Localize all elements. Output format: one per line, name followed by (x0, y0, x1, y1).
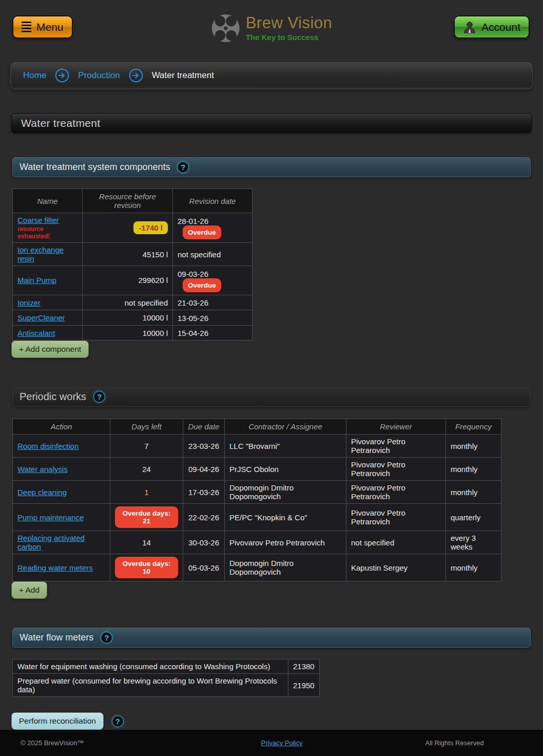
component-link[interactable]: Coarse filter (17, 216, 59, 224)
breadcrumb-arrow-icon (55, 68, 69, 83)
page-title: Water treatment (21, 117, 100, 129)
periodic-work-link[interactable]: Pump maintenance (17, 513, 84, 522)
account-label: Account (481, 21, 520, 33)
periodic-work-link[interactable]: Deep cleaning (17, 488, 67, 497)
col-contractor: Contractor / Assignee (225, 419, 346, 434)
resource-value: 10000 l (143, 313, 168, 322)
meter-label: Water for equipment washing (consumed ac… (13, 659, 288, 674)
page: Menu Brew Vision The Key to Success (0, 0, 543, 756)
help-icon[interactable]: ? (177, 161, 189, 173)
col-frequency: Frequency (446, 419, 501, 434)
add-component-button[interactable]: + Add component (11, 341, 89, 358)
revision-date: 28-01-26 (178, 217, 210, 225)
contractor: PE/PC "Knopkin & Co" (225, 504, 346, 531)
frequency: every 3 weeks (446, 531, 501, 554)
resource-value: not specified (125, 298, 168, 307)
contractor: Dopomogin Dmitro Dopomogovich (225, 554, 346, 581)
component-link[interactable]: SuperCleaner (17, 313, 65, 322)
resource-value: 45150 l (143, 250, 168, 259)
help-icon[interactable]: ? (101, 632, 112, 644)
revision-date: 21-03-26 (178, 298, 210, 307)
due-date: 05-03-26 (183, 554, 225, 581)
periodic-work-link[interactable]: Room disinfection (17, 442, 79, 450)
footer-rights: All Rights Reserved (425, 739, 484, 747)
overdue-days-badge: Overdue days: 10 (115, 557, 178, 578)
menu-button[interactable]: Menu (12, 15, 73, 39)
component-link[interactable]: Main Pump (17, 276, 56, 285)
privacy-policy-link[interactable]: Privacy Policy (261, 739, 303, 747)
resource-exhausted-badge: -1740 l (133, 221, 168, 234)
due-date: 22-02-26 (183, 504, 225, 531)
periodic-work-link[interactable]: Reading water meters (17, 563, 93, 572)
contractor: PrJSC Obolon (225, 458, 346, 481)
resource-value: 299620 l (138, 276, 168, 285)
reviewer: not specified (346, 531, 446, 554)
frequency: monthly (446, 458, 501, 481)
overdue-badge: Overdue (183, 225, 221, 239)
menu-label: Menu (36, 21, 64, 33)
meters-section-title: Water flow meters (20, 632, 93, 643)
periodic-work-row: Replacing activated carbon1430-03-26Pivo… (13, 531, 501, 554)
component-link[interactable]: Ion exchange resin (17, 245, 64, 263)
col-resource: Resource before revision (83, 189, 173, 213)
components-table-body: Coarse filterresource exhausted!-1740 l2… (13, 213, 253, 341)
hamburger-icon (22, 22, 31, 32)
reconcile-row: Perform reconciliation ? (11, 712, 543, 730)
overdue-badge: Overdue (183, 278, 221, 292)
account-button[interactable]: Account (454, 15, 530, 39)
water-flow-meters-table: Water for equipment washing (consumed ac… (12, 659, 320, 697)
meter-value: 21950 (288, 674, 320, 697)
periodic-works-table: Action Days left Due date Contractor / A… (12, 419, 501, 581)
frequency: quarterly (446, 504, 501, 531)
days-left-value: 24 (142, 465, 151, 474)
due-date: 09-04-26 (183, 458, 225, 481)
col-reviewer: Reviewer (346, 419, 446, 434)
days-left-value: 1 (144, 488, 148, 497)
periodic-work-row: Water analysis2409-04-26PrJSC ObolonPivo… (13, 458, 501, 481)
meters-section-header: Water flow meters ? (12, 628, 531, 648)
meter-label: Prepared water (consumed for brewing acc… (13, 674, 288, 697)
brand-logo: Brew Vision The Key to Success (211, 13, 333, 43)
breadcrumb-production-link[interactable]: Production (78, 70, 120, 81)
breadcrumb-home-link[interactable]: Home (23, 70, 46, 81)
days-left-value: 7 (144, 442, 148, 450)
frequency: monthly (446, 554, 501, 581)
person-icon (463, 21, 476, 34)
help-icon[interactable]: ? (93, 391, 105, 403)
due-date: 17-03-26 (183, 481, 225, 504)
periodic-section-title: Periodic works (20, 391, 86, 403)
reviewer: Pivovarov Petro Petrarovich (346, 504, 446, 531)
periodic-work-link[interactable]: Replacing activated carbon (17, 534, 85, 551)
periodic-work-row: Pump maintenanceOverdue days: 2122-02-26… (13, 504, 501, 531)
periodic-table-body: Room disinfection723-03-26LLC "Brovarni"… (13, 434, 501, 581)
help-icon[interactable]: ? (112, 715, 124, 727)
col-name: Name (13, 189, 83, 213)
due-date: 23-03-26 (183, 434, 225, 458)
col-revision-date: Revision date (173, 189, 253, 213)
resource-value: 10000 l (143, 329, 168, 337)
top-header: Menu Brew Vision The Key to Success (0, 0, 543, 55)
col-due-date: Due date (183, 419, 225, 434)
revision-date: not specified (178, 250, 221, 259)
periodic-work-row: Deep cleaning117-03-26Dopomogin Dmitro D… (13, 481, 501, 504)
component-link[interactable]: Ionizer (17, 298, 41, 307)
contractor: LLC "Brovarni" (225, 434, 346, 458)
component-row: Ionizernot specified21-03-26 (13, 295, 253, 310)
footer: © 2025 BrewVision™ Privacy Policy All Ri… (0, 730, 543, 756)
due-date: 30-03-26 (183, 531, 225, 554)
component-row: Ion exchange resin45150 lnot specified (13, 243, 253, 266)
periodic-works-section: Periodic works ? Action Days left Due da… (0, 358, 543, 599)
periodic-work-link[interactable]: Water analysis (17, 465, 68, 474)
breadcrumb: Home Production Water treatment (10, 62, 533, 89)
component-link[interactable]: Antiscalant (17, 329, 55, 337)
revision-date: 15-04-26 (178, 329, 210, 337)
logo-tagline: The Key to Success (246, 33, 333, 42)
col-action: Action (13, 419, 110, 434)
contractor: Dopomogin Dmitro Dopomogovich (225, 481, 346, 504)
meters-table-body: Water for equipment washing (consumed ac… (13, 659, 320, 697)
add-work-button[interactable]: + Add (11, 581, 47, 599)
col-days-left: Days left (110, 419, 183, 434)
frequency: monthly (446, 434, 501, 458)
overdue-days-badge: Overdue days: 21 (115, 506, 178, 528)
perform-reconciliation-button[interactable]: Perform reconciliation (11, 712, 104, 730)
